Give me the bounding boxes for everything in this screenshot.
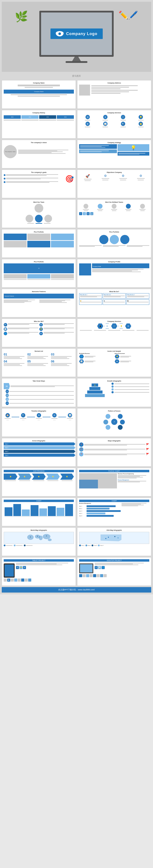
team-member-1 bbox=[79, 204, 93, 211]
profile-image-box bbox=[79, 264, 91, 275]
goal-lines-1 bbox=[6, 174, 64, 176]
team-members-row bbox=[26, 215, 52, 222]
growth-dot-2 bbox=[112, 385, 114, 388]
objectives-row: 🚀 ⚙ ⚙ ⚙ bbox=[79, 174, 149, 181]
slide-what-we-do: What We Do? What We Do 1 What We Do 2 Wh… bbox=[77, 289, 151, 317]
slide-title-32: USA Map Infographic bbox=[79, 529, 149, 531]
pyramid-top: ⭐ bbox=[91, 383, 98, 386]
who-icon-6: ✉ bbox=[39, 332, 43, 335]
service-icon-1: ✉ bbox=[79, 115, 96, 121]
iconic-item-4: ⚙ bbox=[115, 360, 150, 363]
step-infographic-row-3: 📍 🚩 bbox=[79, 452, 149, 457]
monitor-screen: Company Logo bbox=[39, 11, 114, 57]
portfolio-large-image: ✉ bbox=[4, 264, 74, 273]
features-bar: Awesome Features bbox=[4, 293, 74, 299]
plant-icon: 🌿 bbox=[15, 10, 28, 23]
step-row-03: 03 bbox=[5, 398, 74, 401]
continent-asia bbox=[43, 534, 50, 539]
list-item-06: 06 bbox=[51, 360, 74, 366]
step-hex-01: 01 bbox=[5, 390, 9, 393]
slide-title-26: Steps Infographic bbox=[79, 440, 149, 441]
what-item-label-2: What We Do 2 bbox=[104, 294, 125, 296]
history-timeline: 2010 2012 2014 2016 bbox=[4, 115, 74, 121]
tablet-content: ✉ 💡 ⚙ bbox=[4, 562, 74, 578]
slide-arrow-infographic: Arrow Infographic Step 1 Step 2 Step 3 S… bbox=[2, 438, 76, 467]
hero-section: 🌿 Company Logo ✏️🖊️ bbox=[2, 2, 151, 72]
tablet-frame bbox=[4, 563, 15, 578]
slide-company-profile: Company Profile Company Profile bbox=[77, 259, 151, 287]
obj-item-3: ⚙ bbox=[115, 174, 131, 181]
bar-2 bbox=[13, 504, 21, 516]
service-icon-circle-5: ⚙ bbox=[85, 122, 90, 126]
slide-chart-horizontal: CHART Business Management Item 1 Item 2 bbox=[77, 498, 151, 526]
dg-icon-8 bbox=[104, 574, 107, 577]
timeline-step-4: ✉ 2016 bbox=[50, 413, 59, 421]
who-icon-1: 🔍 bbox=[4, 323, 7, 327]
iconic-item-3: 💡 bbox=[115, 354, 150, 359]
portfolio-thumb-3 bbox=[51, 274, 74, 279]
puzzle-content: Business Process Engineering Process Man… bbox=[79, 473, 149, 489]
pyramid-bot bbox=[87, 391, 103, 394]
chart-section-header-2: CHART bbox=[79, 500, 149, 502]
desktop-screen bbox=[80, 564, 92, 572]
team-member-5 bbox=[136, 204, 149, 211]
timeline-icon-gear: ⚙ bbox=[37, 413, 41, 417]
h-bar-fill-5 bbox=[86, 515, 114, 517]
timeline-icon-home: 🏠 bbox=[5, 413, 10, 417]
slide-title-24: Potters & Fences bbox=[79, 410, 149, 412]
ribbon-arrow-3: Step 3 bbox=[4, 450, 74, 453]
slide-our-process: OUR PROCESS ⭐ ⭐ ⭐ ⭐ ⭐ bbox=[2, 468, 76, 496]
slide-company-history: Company History 2010 2012 2014 2016 bbox=[2, 110, 76, 138]
puzzle-sub-title: Process Management bbox=[118, 479, 149, 480]
desk-decoration-left: 🌿 bbox=[15, 10, 28, 23]
usa-map-svg bbox=[79, 532, 149, 544]
company-name-label: Company Name bbox=[34, 91, 43, 92]
team-avatar-3 bbox=[112, 204, 116, 209]
what-item-4: 💳 bbox=[79, 299, 102, 305]
h-bar-fill-4 bbox=[86, 513, 105, 514]
circles-row-top bbox=[79, 235, 149, 244]
slide-company-name: Company Name Company Name bbox=[2, 80, 76, 109]
slide-title-13: Pics Portfolio bbox=[4, 261, 74, 262]
desktop-section-header: DESKTOP PROJECT bbox=[79, 559, 149, 562]
step-infographic-row-1: 📍 🚩 bbox=[79, 442, 149, 447]
dg-icon-3 bbox=[86, 574, 89, 577]
social-icon-2: t bbox=[83, 212, 86, 215]
timeline-step-5: 📊 2018 bbox=[66, 413, 74, 421]
slide-usa-map: USA Map Infographic Area 1 Area 2 Area 3… bbox=[77, 527, 151, 556]
portfolio-pic-3 bbox=[51, 234, 74, 240]
dg-icon-6 bbox=[97, 574, 100, 577]
hex-1: 📱 bbox=[97, 323, 103, 329]
puzzle-image-area bbox=[79, 473, 117, 489]
list-item-04: 04 bbox=[4, 360, 27, 366]
goal-lines-3 bbox=[6, 181, 64, 183]
service-icon-circle-4: 💡 bbox=[139, 115, 143, 119]
portfolio-circle-1 bbox=[99, 235, 108, 244]
service-icon-8: ⭐ bbox=[132, 122, 149, 127]
h-chart-title: Business Management bbox=[79, 503, 121, 504]
petal-1 bbox=[106, 414, 110, 419]
step-infographic-row-2: 📍 🚩 bbox=[79, 447, 149, 452]
usa-stat-4: Area 4 bbox=[100, 545, 103, 546]
team-avatar-1 bbox=[83, 204, 88, 209]
timeline-date-3: 2014 bbox=[38, 420, 40, 421]
hex-3: 🛒 bbox=[111, 323, 117, 329]
portfolio-pic-2 bbox=[27, 234, 50, 240]
profile-title-bar: Company Profile bbox=[92, 264, 149, 268]
timeline-date-4: 2016 bbox=[53, 420, 55, 421]
step-hex-04: 04 bbox=[5, 401, 9, 405]
process-icon-5: ⭐ bbox=[66, 476, 68, 477]
slide-tablet-project: TABLET PROJECT ✉ 💡 ⚙ bbox=[2, 557, 76, 586]
watermark: 爱马图库 bbox=[2, 74, 151, 79]
petal-2 bbox=[118, 414, 123, 419]
social-icon-4: g bbox=[90, 212, 93, 215]
petal-4 bbox=[120, 420, 125, 425]
obj-gear-icon-1: ⚙ bbox=[104, 174, 107, 178]
tablet-icons: ✉ 💡 ⚙ bbox=[16, 566, 74, 569]
slide-growth-infographic: Growth Infographic ⭐ bbox=[77, 378, 151, 407]
growth-item-1 bbox=[112, 382, 149, 385]
bottom-bar-text: 此主题PPT下载示范：www.viaul999.com/ bbox=[59, 589, 95, 591]
desktop-frame bbox=[79, 563, 93, 573]
arrow-infographic: Step 1 Step 2 Step 3 Step 4 bbox=[4, 442, 74, 457]
ribbon-arrow-4: Step 4 bbox=[4, 454, 74, 457]
